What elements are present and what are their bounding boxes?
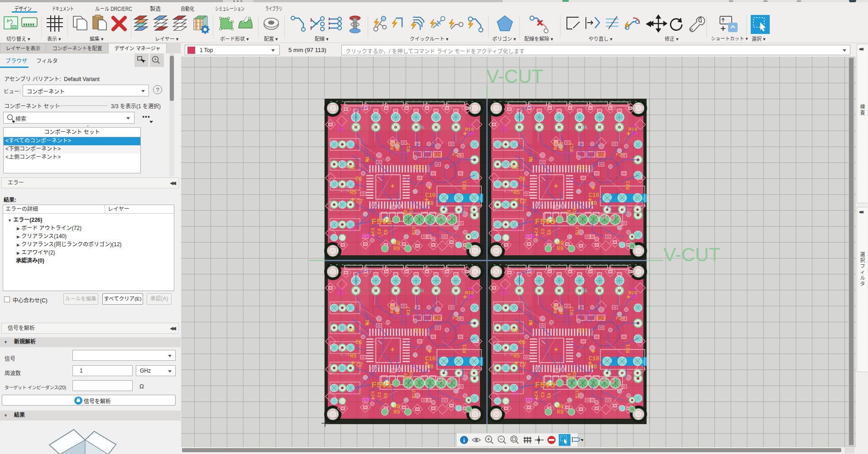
svg-text:F5V1: F5V1	[371, 380, 392, 390]
svg-text:i: i	[463, 437, 465, 444]
svg-text:tk: tk	[417, 287, 425, 294]
svg-text:V-CUT: V-CUT	[663, 244, 720, 265]
svg-text:V-CUT: V-CUT	[486, 66, 543, 87]
svg-text:F5V1: F5V1	[371, 217, 392, 227]
svg-text:tk: tk	[417, 124, 425, 131]
